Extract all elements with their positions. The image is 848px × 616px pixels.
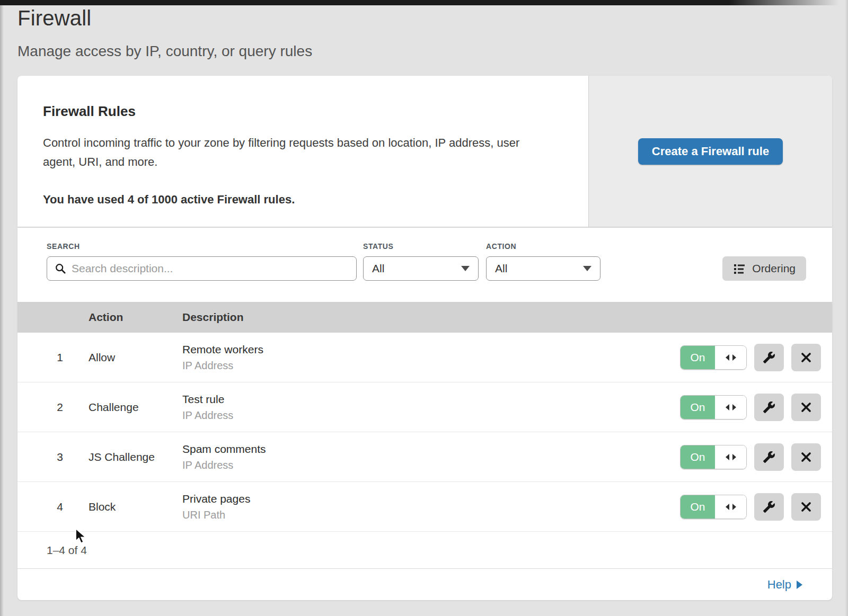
rule-action: Block [89,501,182,513]
close-icon [800,352,812,363]
table-header: Action Description [17,302,832,333]
help-link[interactable]: Help [767,578,802,592]
delete-rule-button[interactable] [791,344,821,371]
firewall-rules-list-card: SEARCH STATUS All ACTION All [17,228,832,600]
search-icon [55,263,66,274]
ordering-button-label: Ordering [752,262,796,275]
left-right-arrows-icon [724,502,738,512]
close-icon [800,501,812,513]
create-firewall-rule-button[interactable]: Create a Firewall rule [638,138,783,165]
toggle-on-label: On [681,346,715,369]
table-row: 4 Block Private pages URI Path On [17,482,832,532]
ordering-list-icon [733,262,746,275]
rule-priority: 1 [17,351,89,364]
left-right-arrows-icon [724,402,738,413]
window-top-edge [0,0,848,5]
rule-enable-toggle[interactable]: On [680,445,747,469]
action-column-header: Action [89,311,182,324]
rule-action: Challenge [89,401,182,414]
table-row: 2 Challenge Test rule IP Address On [17,382,832,432]
edit-rule-button[interactable] [754,344,784,371]
status-label: STATUS [363,242,394,251]
firewall-rules-intro-card: Firewall Rules Control incoming traffic … [17,76,832,227]
rule-match-type: URI Path [182,509,680,521]
search-input-wrapper[interactable] [47,256,357,281]
rule-description: Private pages [182,493,680,505]
wrench-icon [763,401,775,414]
toggle-on-label: On [681,396,715,419]
action-select-value: All [495,262,507,275]
delete-rule-button[interactable] [791,443,821,471]
triangle-right-icon [797,581,802,589]
wrench-icon [763,451,775,463]
status-select[interactable]: All [363,256,479,281]
rule-action: JS Challenge [89,451,182,463]
rule-enable-toggle[interactable]: On [680,495,747,519]
action-label: ACTION [486,242,516,251]
table-row: 3 JS Challenge Spam comments IP Address … [17,432,832,482]
wrench-icon [763,351,775,364]
window-right-edge [845,0,848,616]
left-right-arrows-icon [724,452,738,462]
delete-rule-button[interactable] [791,394,821,421]
toggle-on-label: On [681,445,715,469]
rule-match-type: IP Address [182,360,680,372]
firewall-page: Firewall Manage access by IP, country, o… [0,0,848,616]
help-link-label: Help [767,578,791,592]
rule-match-type: IP Address [182,409,680,422]
rule-description: Spam comments [182,443,680,456]
rule-match-type: IP Address [182,459,680,471]
intro-heading: Firewall Rules [43,103,556,120]
edit-rule-button[interactable] [754,394,784,421]
search-input[interactable] [72,262,349,275]
status-select-value: All [372,262,384,275]
rule-priority: 2 [17,401,89,414]
filters-bar: SEARCH STATUS All ACTION All [17,228,832,302]
rule-enable-toggle[interactable]: On [680,345,747,370]
left-right-arrows-icon [724,352,738,363]
ordering-button[interactable]: Ordering [722,256,806,281]
rules-usage-count: You have used 4 of 1000 active Firewall … [43,193,556,207]
edit-rule-button[interactable] [754,443,784,471]
rule-description: Test rule [182,393,680,406]
card-footer: Help [17,569,832,600]
page-subtitle: Manage access by IP, country, or query r… [17,43,312,60]
table-row: 1 Allow Remote workers IP Address On [17,333,832,382]
rule-action: Allow [89,351,182,364]
window-left-edge [0,0,4,616]
delete-rule-button[interactable] [791,493,821,521]
page-title: Firewall [17,6,312,30]
rule-enable-toggle[interactable]: On [680,395,747,419]
pagination-status: 1–4 of 4 [17,532,832,569]
search-label: SEARCH [47,242,80,251]
toggle-on-label: On [681,495,715,519]
page-header: Firewall Manage access by IP, country, o… [17,6,312,60]
wrench-icon [763,501,775,513]
chevron-down-icon [461,266,470,271]
rule-priority: 3 [17,451,89,463]
create-rule-panel: Create a Firewall rule [588,76,832,227]
action-select[interactable]: All [486,256,600,281]
description-column-header: Description [182,311,821,324]
chevron-down-icon [583,266,591,271]
edit-rule-button[interactable] [754,493,784,521]
rule-priority: 4 [17,501,89,513]
intro-description: Control incoming traffic to your zone by… [43,133,552,172]
close-icon [800,451,812,463]
intro-text-panel: Firewall Rules Control incoming traffic … [17,76,588,227]
close-icon [800,401,812,413]
rule-description: Remote workers [182,343,680,356]
